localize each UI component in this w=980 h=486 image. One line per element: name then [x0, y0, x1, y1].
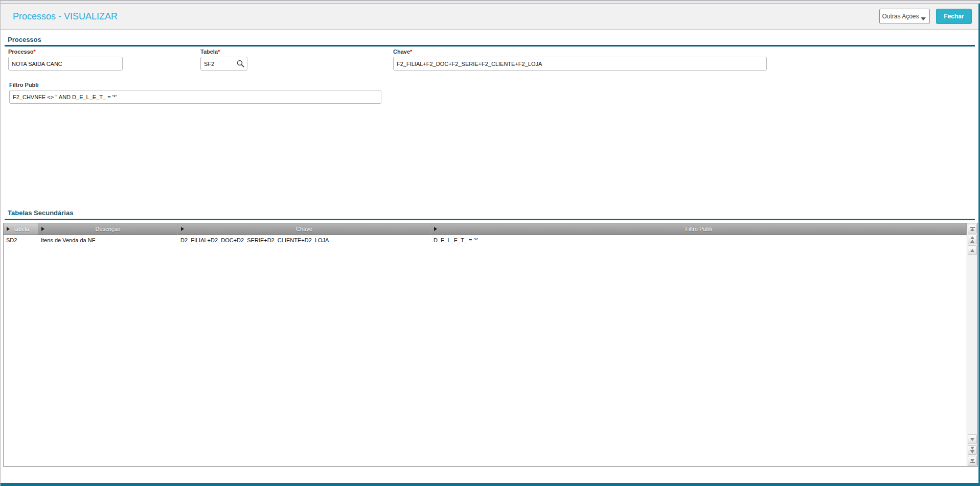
chave-label: Chave: [393, 49, 410, 55]
column-header-tabela[interactable]: Tabela: [4, 223, 38, 235]
arrow-down-icon: [970, 438, 974, 441]
column-arrow-icon: [41, 227, 44, 231]
arrow-up-icon: [970, 236, 974, 239]
scroll-first-button[interactable]: [968, 224, 977, 234]
chevron-down-icon: [921, 17, 926, 20]
cell-filtro-publi: D_E_L_E_T_ = '*': [431, 235, 967, 246]
page-title: Processos - VISUALIZAR: [13, 11, 118, 22]
processo-input[interactable]: [8, 57, 123, 71]
column-header-descricao[interactable]: Descrição: [38, 223, 178, 235]
field-chave: Chave*: [393, 49, 767, 71]
arrow-up-icon: [970, 228, 974, 231]
grid-header: Tabela Descrição Chave Filtro Publi: [4, 223, 967, 235]
close-button[interactable]: Fechar: [936, 9, 972, 24]
grid-body: SD2 Itens de Venda da NF D2_FILIAL+D2_DO…: [4, 235, 967, 466]
required-asterisk: *: [34, 49, 36, 55]
required-asterisk: *: [218, 49, 220, 55]
scroll-page-down-button[interactable]: [968, 445, 977, 455]
scrollbar-track[interactable]: [967, 256, 977, 434]
other-actions-button[interactable]: Outras Ações: [879, 9, 930, 24]
field-filtro-publi: Filtro Publi: [9, 82, 381, 104]
chave-input[interactable]: [393, 57, 767, 71]
section-rule: [5, 45, 975, 47]
column-header-label: Filtro Publi: [686, 226, 712, 232]
arrow-down-icon: [970, 447, 974, 450]
column-arrow-icon: [7, 227, 10, 231]
arrow-up-icon: [970, 240, 974, 243]
close-button-label: Fechar: [944, 13, 964, 20]
cell-descricao: Itens de Venda da NF: [38, 235, 178, 246]
tabela-label: Tabela: [200, 49, 218, 55]
table-row[interactable]: SD2 Itens de Venda da NF D2_FILIAL+D2_DO…: [4, 235, 967, 246]
cell-tabela: SD2: [4, 235, 38, 246]
processo-label: Processo: [8, 49, 34, 55]
scroll-up-button[interactable]: [968, 245, 977, 255]
scroll-last-button[interactable]: [968, 456, 977, 466]
section-title-tabelas-secundarias: Tabelas Secundárias: [8, 209, 73, 217]
other-actions-label: Outras Ações: [882, 13, 919, 20]
scroll-down-button[interactable]: [968, 434, 977, 444]
column-arrow-icon: [181, 227, 184, 231]
header-actions: Outras Ações Fechar: [879, 9, 972, 24]
filtro-publi-label: Filtro Publi: [9, 82, 38, 88]
section-title-processos: Processos: [8, 36, 41, 43]
required-asterisk: *: [410, 49, 412, 55]
window-top-edge: [1, 0, 980, 4]
cell-chave: D2_FILIAL+D2_DOC+D2_SERIE+D2_CLIENTE+D2_…: [178, 235, 431, 246]
field-processo: Processo*: [8, 49, 123, 71]
grid-vertical-scrollbar[interactable]: [967, 223, 977, 466]
column-arrow-icon: [434, 227, 437, 231]
secondary-tables-grid: Tabela Descrição Chave Filtro Publi SD2 …: [3, 223, 978, 467]
header-bar: Processos - VISUALIZAR Outras Ações Fech…: [1, 4, 978, 30]
scroll-page-up-button[interactable]: [968, 235, 977, 244]
page-frame-bottom: [1, 483, 980, 486]
column-header-label: Tabela: [12, 226, 29, 232]
grid-main: Tabela Descrição Chave Filtro Publi SD2 …: [4, 223, 967, 466]
search-icon[interactable]: [236, 59, 245, 68]
arrow-down-icon: [970, 450, 974, 453]
field-tabela: Tabela*: [200, 49, 247, 71]
arrow-up-icon: [970, 249, 974, 252]
filtro-publi-input[interactable]: [9, 90, 381, 104]
column-header-label: Descrição: [96, 226, 121, 232]
section-rule: [5, 219, 975, 220]
column-header-chave[interactable]: Chave: [178, 223, 431, 235]
column-header-filtro-publi[interactable]: Filtro Publi: [431, 223, 967, 235]
column-header-label: Chave: [296, 226, 312, 232]
